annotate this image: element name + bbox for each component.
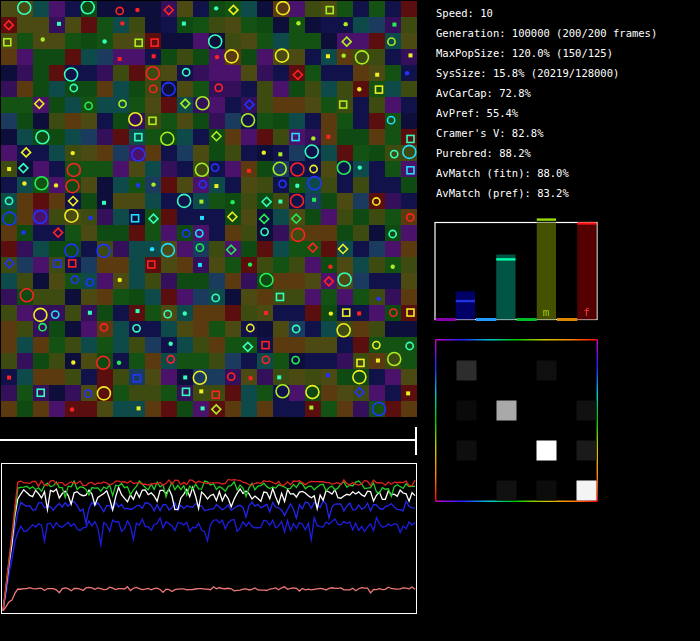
history-line-chart-canvas: [1, 463, 417, 614]
stat-maxpopsize: MaxPopSize: 120.0% (150/125): [436, 43, 657, 63]
stat-speed: Speed: 10: [436, 3, 657, 23]
stat-avpref: AvPref: 55.4%: [436, 103, 657, 123]
stat-generation: Generation: 100000 (200/200 frames): [436, 23, 657, 43]
stat-purebred: Purebred: 88.2%: [436, 143, 657, 163]
world-grid-canvas: [1, 1, 417, 417]
simulation-window: Speed: 10 Generation: 100000 (200/200 fr…: [0, 0, 700, 641]
stat-cramers-v: Cramer's V: 82.8%: [436, 123, 657, 143]
stat-avcarcap: AvCarCap: 72.8%: [436, 83, 657, 103]
frame-progress-track: [0, 439, 417, 441]
frame-progress-end-marker: [415, 427, 417, 455]
stat-avmatch-fitn: AvMatch (fitn): 88.0%: [436, 163, 657, 183]
species-matrix-canvas: [435, 339, 598, 502]
stats-panel: Speed: 10 Generation: 100000 (200/200 fr…: [436, 3, 657, 203]
stat-syssize: SysSize: 15.8% (20219/128000): [436, 63, 657, 83]
species-bar-chart-canvas: [434, 218, 598, 322]
stat-avmatch-pref: AvMatch (pref): 83.2%: [436, 183, 657, 203]
